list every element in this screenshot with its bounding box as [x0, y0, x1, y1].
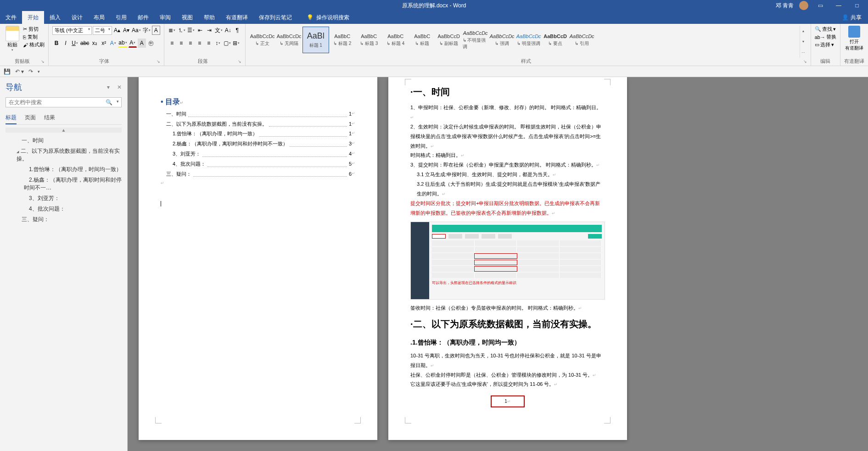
maximize-icon[interactable]: □ [851, 2, 863, 9]
share-button[interactable]: 👤 共享 [835, 14, 868, 22]
align-left-button[interactable]: ≡ [168, 39, 176, 48]
nav-dropdown-icon[interactable]: ▾ [107, 84, 110, 90]
toc-entry[interactable]: 一、时间1↵ [161, 110, 355, 119]
replace-button[interactable]: ab→ 替换 [815, 33, 836, 40]
grow-font-button[interactable]: A▴ [113, 26, 121, 35]
redo-button[interactable]: ↷ [28, 68, 33, 75]
font-size-combo[interactable]: 二号 [93, 26, 112, 35]
style-标题 3[interactable]: AaBbC↳ 标题 3 [356, 27, 382, 53]
tab-保存到云笔记[interactable]: 保存到云笔记 [253, 11, 297, 24]
nav-item[interactable]: 2.杨鑫：（离职办理，离职时间和封停时间不一… [6, 175, 122, 193]
search-options-icon[interactable]: ▾ [117, 99, 119, 104]
font-dialog-launcher[interactable]: ↘ [157, 59, 160, 64]
text-direction-button[interactable]: 文 [214, 26, 223, 35]
style-要点[interactable]: AaBbCcD↳ 要点 [542, 27, 569, 53]
avatar[interactable] [799, 1, 808, 10]
nav-search[interactable]: 🔍 ▾ [6, 97, 122, 107]
tab-文件[interactable]: 文件 [0, 11, 22, 24]
multilevel-list-button[interactable]: ☰ [187, 26, 195, 35]
style-无间隔[interactable]: AaBbCcDc↳ 无间隔 [276, 27, 302, 53]
style-标题 2[interactable]: AaBbC↳ 标题 2 [329, 27, 356, 53]
paragraph-dialog-launcher[interactable]: ↘ [238, 59, 241, 64]
nav-close-icon[interactable]: ✕ [117, 84, 122, 90]
tab-引用[interactable]: 引用 [110, 11, 132, 24]
nav-collapse-button[interactable]: ▲ [6, 128, 122, 133]
enclose-char-button[interactable]: ㊥ [147, 39, 155, 48]
open-translate-button[interactable]: 打开 有道翻译 [844, 26, 864, 51]
tell-me[interactable]: 💡 操作说明搜索 [307, 14, 349, 22]
shrink-font-button[interactable]: A▾ [122, 26, 130, 35]
style-引用[interactable]: AaBbCcDc↳ 引用 [569, 27, 595, 53]
style-明显强调[interactable]: AaBbCcDc↳ 明显强调 [515, 27, 542, 53]
select-button[interactable]: ▭ 选择 ▾ [815, 41, 836, 48]
styles-dialog-launcher[interactable]: ↘ [803, 59, 807, 64]
line-spacing-button[interactable]: ↕ [214, 39, 222, 48]
tab-审阅[interactable]: 审阅 [154, 11, 176, 24]
font-color-button[interactable]: A [129, 39, 137, 48]
subscript-button[interactable]: x₂ [90, 39, 99, 48]
tab-有道翻译[interactable]: 有道翻译 [220, 11, 253, 24]
highlight-button[interactable]: ab [118, 39, 127, 48]
nav-item[interactable]: 二、以下为原系统数据截图，当前没有实操。 [6, 146, 122, 164]
document-area[interactable]: 目录↵ 一、时间1↵二、以下为原系统数据截图，当前没有实操。1↵1.曾怡琳：（离… [128, 77, 868, 451]
style-标题 4[interactable]: AaBbC↳ 标题 4 [382, 27, 409, 53]
format-painter-button[interactable]: 🖌 格式刷 [23, 41, 45, 48]
toc-entry[interactable]: 1.曾怡琳：（离职办理，时间均一致）1↵ [161, 129, 355, 139]
search-icon[interactable]: 🔍 [106, 99, 112, 106]
toc-entry[interactable]: 2.杨鑫：（离职办理，离职时间和封停时间不一致）3↵ [161, 139, 355, 149]
show-marks-button[interactable]: ¶ [233, 26, 241, 35]
find-button[interactable]: 🔍 查找 ▾ [815, 26, 836, 33]
superscript-button[interactable]: x² [100, 39, 108, 48]
tab-帮助[interactable]: 帮助 [198, 11, 220, 24]
nav-tab-页面[interactable]: 页面 [25, 112, 36, 124]
align-center-button[interactable]: ≡ [177, 39, 185, 48]
numbering-button[interactable]: ⒈ [177, 26, 186, 35]
char-shading-button[interactable]: A [138, 39, 146, 48]
tab-布局[interactable]: 布局 [88, 11, 110, 24]
text-effects-button[interactable]: A [109, 39, 117, 48]
decrease-indent-button[interactable]: ⇤ [196, 26, 204, 35]
nav-item[interactable]: 4、批次问题： [6, 204, 122, 214]
phonetic-guide-button[interactable]: 字 [142, 26, 151, 35]
nav-item[interactable]: 一、时间 [6, 135, 122, 146]
tab-邮件[interactable]: 邮件 [132, 11, 154, 24]
style-标题 1[interactable]: AaBl标题 1 [302, 27, 329, 53]
style-副标题[interactable]: AaBbCcD↳ 副标题 [436, 27, 462, 53]
nav-item[interactable]: 三、疑问： [6, 214, 122, 225]
undo-button[interactable]: ↶ ▾ [15, 68, 24, 75]
copy-button[interactable]: ⎘ 复制 [23, 33, 45, 40]
minimize-icon[interactable]: — [832, 2, 845, 9]
nav-tab-标题[interactable]: 标题 [6, 112, 17, 124]
toc-entry[interactable]: 二、以下为原系统数据截图，当前没有实操。1↵ [161, 120, 355, 129]
toc-entry[interactable]: 三、疑问：6↵ [161, 170, 355, 179]
distribute-button[interactable]: ≡ [205, 39, 213, 48]
sort-button[interactable]: A↓ [224, 26, 232, 35]
clipboard-dialog-launcher[interactable]: ↘ [41, 59, 45, 64]
toc-entry[interactable]: 3、刘亚芳：4↵ [161, 150, 355, 159]
nav-tab-结果[interactable]: 结果 [44, 112, 55, 124]
nav-item[interactable]: 1.曾怡琳：（离职办理，时间均一致） [6, 164, 122, 175]
italic-button[interactable]: I [62, 39, 70, 48]
nav-search-input[interactable] [6, 97, 122, 107]
save-button[interactable]: 💾 [4, 68, 11, 75]
styles-expand[interactable]: ▴▾⋯ [800, 26, 807, 58]
paste-button[interactable]: 粘贴 ▾ [4, 26, 21, 52]
style-强调[interactable]: AaBbCcDc↳ 强调 [489, 27, 515, 53]
borders-button[interactable]: ⊞ [232, 39, 241, 48]
underline-button[interactable]: U [71, 39, 79, 48]
styles-gallery[interactable]: AaBbCcDc↳ 正文AaBbCcDc↳ 无间隔AaBl标题 1AaBbC↳ … [249, 26, 798, 58]
align-right-button[interactable]: ≡ [186, 39, 195, 48]
font-name-combo[interactable]: 等线 (中文正 [52, 26, 92, 35]
shading-button[interactable]: ▢ [223, 39, 231, 48]
strike-button[interactable]: abc [80, 39, 90, 48]
bullets-button[interactable]: ≣ [168, 26, 176, 35]
tab-开始[interactable]: 开始 [22, 11, 44, 24]
style-不明显强调[interactable]: AaBbCcDc↳ 不明显强调 [462, 27, 489, 53]
change-case-button[interactable]: Aa [131, 26, 141, 35]
cut-button[interactable]: ✂ 剪切 [23, 26, 45, 33]
bold-button[interactable]: B [52, 39, 61, 48]
increase-indent-button[interactable]: ⇥ [205, 26, 213, 35]
tab-插入[interactable]: 插入 [44, 11, 66, 24]
toc-entry[interactable]: 4、批次问题：5↵ [161, 160, 355, 169]
ribbon-display-options-icon[interactable]: ▭ [814, 2, 827, 9]
